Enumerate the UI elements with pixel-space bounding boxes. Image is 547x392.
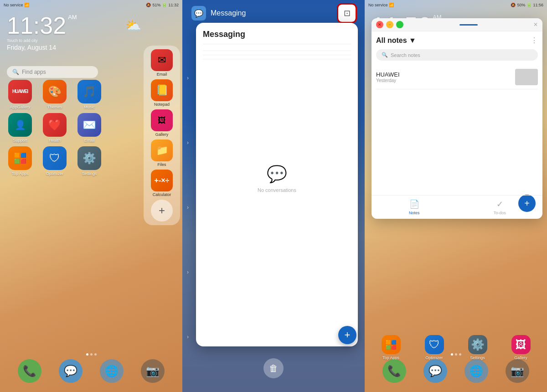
notepad-body: All notes ▼ ⋮ 🔍 Search notes HUAWEI Yest… xyxy=(372,31,542,94)
app-optimizer-right[interactable]: 🛡 Optimizer xyxy=(425,335,444,360)
appgallery-icon: HUAWEI xyxy=(8,80,32,103)
left-app-grid: HUAWEI AppGallery 🎨 Themes 🎵 Music 👤 Sup… xyxy=(5,80,105,176)
weather-icon: ⛅ xyxy=(125,18,141,33)
messaging-card: Messaging 💬 No conversations xyxy=(196,23,358,346)
delete-button[interactable]: 🗑 xyxy=(263,358,284,378)
left-dots xyxy=(0,353,182,356)
messaging-title: Messaging xyxy=(196,23,358,44)
middle-panel: 💬 Messaging ⊡ Messaging 💬 No conversatio… xyxy=(182,0,365,392)
app-email[interactable]: ✉️ Email xyxy=(74,113,105,143)
note-name: HUAWEI xyxy=(376,71,400,78)
notepad-window: ✕ − ✕ All notes ▼ ⋮ 🔍 Search notes xyxy=(372,18,542,219)
left-clock-date: Friday, August 14 xyxy=(7,44,77,51)
right-nav-messages[interactable]: 💬 xyxy=(423,359,447,383)
dock-files-icon: 📁 xyxy=(151,139,173,161)
window-bar xyxy=(459,24,478,26)
nav-messages[interactable]: 💬 xyxy=(59,359,83,383)
dock-item-calculator[interactable]: +-×÷ Calculator xyxy=(146,170,177,197)
left-battery-icon: 🔋 xyxy=(162,3,167,7)
app-topapps[interactable]: 🟧🟦🟩🟥 Top Apps xyxy=(5,146,36,176)
right-status-bar: No service 📶 🔕 50% 🔋 11:56 xyxy=(365,0,547,10)
right-dot-1 xyxy=(451,353,453,356)
maximize-button[interactable] xyxy=(396,21,403,28)
notes-title: All notes ▼ xyxy=(376,36,416,45)
app-appgallery[interactable]: HUAWEI AppGallery xyxy=(5,80,36,109)
minimize-button[interactable]: − xyxy=(386,21,393,28)
nav-phone[interactable]: 📞 xyxy=(18,359,41,383)
settings-right-icon: ⚙️ xyxy=(468,335,487,354)
close-button[interactable]: ✕ xyxy=(376,21,383,28)
notes-search-placeholder: Search notes xyxy=(391,52,420,58)
tab-notes[interactable]: 📄 Notes xyxy=(372,196,457,219)
right-time: 11:56 xyxy=(533,3,543,7)
music-label: Music xyxy=(84,105,95,109)
dock-add-button[interactable]: + xyxy=(151,200,173,222)
app-optimizer[interactable]: 🛡 Optimizer xyxy=(39,146,70,176)
left-search-bar[interactable]: 🔍 Find apps xyxy=(7,66,98,78)
music-icon: 🎵 xyxy=(77,80,101,103)
dock-email-icon: ✉ xyxy=(151,49,173,71)
notepad-titlebar: ✕ − ✕ xyxy=(372,18,542,31)
right-dot-3 xyxy=(459,353,461,356)
dot-2 xyxy=(90,353,93,356)
right-signal-icon: 📶 xyxy=(389,3,394,7)
notes-menu-icon[interactable]: ⋮ xyxy=(531,36,538,45)
dock-calculator-label: Calculator xyxy=(153,192,171,197)
app-settings[interactable]: ⚙️ Settings xyxy=(74,146,105,176)
dot-3 xyxy=(94,353,97,356)
tab-todos[interactable]: ✓ To-dos xyxy=(457,196,543,219)
app-health[interactable]: ❤️ Health xyxy=(39,113,70,143)
right-nav-phone[interactable]: 📞 xyxy=(382,359,406,383)
topapps-icon: 🟧🟦🟩🟥 xyxy=(8,146,32,170)
todos-tab-icon: ✓ xyxy=(496,199,503,209)
right-signal: No service xyxy=(368,3,388,7)
support-icon: 👤 xyxy=(8,113,32,137)
left-right-dock: ✉ Email 📒 Notepad 🖼 Gallery 📁 Files +-×÷… xyxy=(144,46,180,225)
nav-camera[interactable]: 📷 xyxy=(141,359,165,383)
notes-search[interactable]: 🔍 Search notes xyxy=(376,49,538,61)
right-dot-2 xyxy=(455,353,457,356)
themes-icon: 🎨 xyxy=(43,80,67,103)
health-label: Health xyxy=(49,138,61,143)
nav-browser[interactable]: 🌐 xyxy=(100,359,124,383)
left-status-right: 🔕 51% 🔋 11:32 xyxy=(146,3,179,7)
notes-tab-label: Notes xyxy=(409,211,420,215)
list-arrows: ››››› xyxy=(187,46,189,369)
optimizer-right-icon: 🛡 xyxy=(425,335,444,354)
right-panel: No service 📶 🔕 50% 🔋 11:56 11:56 AM Touc… xyxy=(365,0,547,392)
left-touch-label[interactable]: Touch to add city xyxy=(7,38,77,43)
dock-item-files[interactable]: 📁 Files xyxy=(146,139,177,167)
close-x-icon[interactable]: ✕ xyxy=(533,21,538,28)
app-gallery-right[interactable]: 🖼 Gallery xyxy=(511,335,531,360)
app-topapps-right[interactable]: 🟧🟦🟩🟥 Top Apps xyxy=(382,335,401,360)
messaging-fab[interactable]: + xyxy=(338,326,356,344)
app-music[interactable]: 🎵 Music xyxy=(74,80,105,109)
notepad-bottom-tabs: 📄 Notes ✓ To-dos xyxy=(372,195,542,219)
left-signal: No service xyxy=(4,3,23,7)
gallery-right-icon: 🖼 xyxy=(511,335,531,354)
right-nav-browser[interactable]: 🌐 xyxy=(464,359,488,383)
right-dots xyxy=(365,353,547,356)
dock-gallery-icon: 🖼 xyxy=(151,109,173,131)
email-label: Email xyxy=(84,138,95,143)
dock-item-email[interactable]: ✉ Email xyxy=(146,49,177,77)
left-battery: 51% xyxy=(152,3,160,7)
right-battery-icon: 🔋 xyxy=(526,3,532,7)
dock-item-notepad[interactable]: 📒 Notepad xyxy=(146,79,177,107)
note-info: HUAWEI Yesterday xyxy=(376,71,400,83)
window-mode-button[interactable]: ⊡ xyxy=(338,5,356,22)
dot-1 xyxy=(86,353,88,356)
note-date: Yesterday xyxy=(376,78,400,83)
left-signal-icon: 📶 xyxy=(24,3,29,7)
dock-item-gallery[interactable]: 🖼 Gallery xyxy=(146,109,177,137)
app-themes[interactable]: 🎨 Themes xyxy=(39,80,70,109)
note-item-huawei[interactable]: HUAWEI Yesterday xyxy=(376,65,538,89)
settings-label: Settings xyxy=(82,171,97,176)
dock-calculator-icon: +-×÷ xyxy=(151,170,173,191)
app-support[interactable]: 👤 Support xyxy=(5,113,36,143)
app-settings-right[interactable]: ⚙️ Settings xyxy=(468,335,487,360)
dock-notepad-icon: 📒 xyxy=(151,79,173,101)
right-bottom-nav: 📞 💬 🌐 📷 xyxy=(365,359,547,383)
right-nav-camera[interactable]: 📷 xyxy=(506,359,529,383)
right-silent-icon: 🔕 xyxy=(511,3,516,7)
